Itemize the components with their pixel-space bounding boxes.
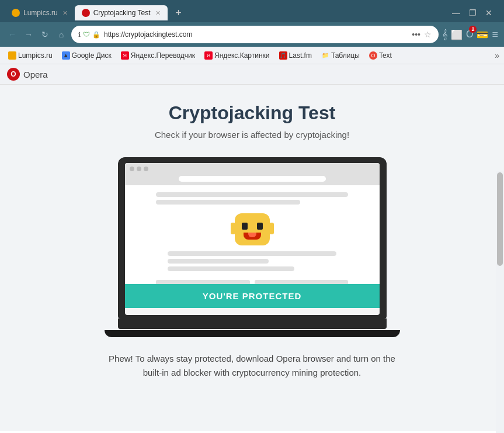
yandex-translate-favicon: Я <box>121 51 129 60</box>
opera-text: Opera <box>23 70 48 79</box>
mock-dot-2 <box>137 167 141 171</box>
mock-lines-2 <box>168 251 336 271</box>
yandex-images-favicon: Я <box>204 51 213 60</box>
bookmark-tablitsy-label: Таблицы <box>331 51 360 60</box>
browser-chrome: Lumpics.ru ✕ Cryptojacking Test ✕ + — ❐ … <box>0 0 504 85</box>
mock-address-bar <box>179 176 326 182</box>
mock-line-3 <box>168 251 336 256</box>
text-favicon: O <box>369 51 377 60</box>
lock-icon: 🔒 <box>92 31 100 39</box>
mock-lines <box>156 192 349 205</box>
lastfm-favicon: 🎵 <box>279 51 287 60</box>
google-disk-favicon: ▲ <box>62 51 70 60</box>
robot-eye-right <box>257 223 263 230</box>
extensions-badge: 2 <box>469 26 477 33</box>
scrollbar-track[interactable] <box>496 171 504 433</box>
tab-lumpics-label: Lumpics.ru <box>23 9 58 17</box>
mock-line-2 <box>156 200 300 205</box>
extensions-icon-wrapper[interactable]: O 2 <box>466 29 473 40</box>
opera-logo: O Opera <box>7 68 48 81</box>
url-more-button[interactable]: ••• <box>412 30 420 39</box>
tab-cryptojacking-label: Cryptojacking Test <box>93 9 151 17</box>
info-icon: ℹ <box>78 31 81 39</box>
lumpics-bm-favicon <box>8 51 16 60</box>
refresh-button[interactable]: ↻ <box>39 30 51 39</box>
url-text: https://cryptojackingtest.com <box>104 30 408 39</box>
scrollbar-thumb[interactable] <box>497 172 503 266</box>
new-tab-button[interactable]: + <box>171 5 186 20</box>
laptop-base-outer <box>118 318 387 329</box>
mock-page: YOU'RE PROTECTED <box>125 185 380 308</box>
bookmarks-icon[interactable]: 𝄞 <box>442 29 447 40</box>
robot-body <box>235 213 270 245</box>
maximize-button[interactable]: ❐ <box>467 8 478 18</box>
mock-line-1 <box>156 192 349 197</box>
bookmark-yandex-images-label: Яндекс.Картинки <box>214 51 270 60</box>
shield-icon: 🛡 <box>83 30 90 39</box>
tab-lumpics[interactable]: Lumpics.ru ✕ <box>5 5 75 20</box>
robot-icon <box>232 213 273 245</box>
bookmark-lumpics-label: Lumpics.ru <box>18 51 53 60</box>
laptop-illustration: YOU'RE PROTECTED <box>118 157 387 337</box>
mock-dot-3 <box>144 167 148 171</box>
mock-tab-bar <box>130 167 375 174</box>
protected-banner: YOU'RE PROTECTED <box>125 284 380 308</box>
cryptojacking-favicon <box>82 9 90 17</box>
mock-line-4 <box>168 259 269 264</box>
bookmark-yandex-images[interactable]: Я Яндекс.Картинки <box>201 50 273 61</box>
laptop-screen-outer: YOU'RE PROTECTED <box>118 157 387 318</box>
tabs-icon[interactable]: ⬜ <box>451 29 463 40</box>
page-description: Phew! To always stay protected, download… <box>100 352 404 380</box>
tab-cryptojacking-close[interactable]: ✕ <box>155 9 161 17</box>
url-bar[interactable]: ℹ 🛡 🔒 https://cryptojackingtest.com ••• … <box>71 26 439 43</box>
back-button[interactable]: ← <box>6 30 19 39</box>
bookmark-google-disk[interactable]: ▲ Google Диск <box>58 50 115 61</box>
menu-button[interactable]: ≡ <box>492 29 498 41</box>
robot-ear-left <box>231 223 235 234</box>
tab-cryptojacking[interactable]: Cryptojacking Test ✕ <box>75 5 168 20</box>
bookmark-text[interactable]: O Text <box>366 50 395 61</box>
page-title: Cryptojacking Test <box>169 102 336 124</box>
tablitsy-favicon: 📁 <box>321 51 329 60</box>
robot-eye-left <box>242 223 248 230</box>
page-content: Cryptojacking Test Check if your browser… <box>0 85 504 431</box>
window-controls: — ❐ ✕ <box>446 8 499 18</box>
bookmarks-more-button[interactable]: » <box>495 51 499 60</box>
mock-dot-1 <box>130 167 134 171</box>
bookmark-star-button[interactable]: ☆ <box>424 30 432 39</box>
sidebar-icons: 𝄞 ⬜ O 2 💳 <box>442 29 488 40</box>
tab-bar: Lumpics.ru ✕ Cryptojacking Test ✕ + — ❐ … <box>0 0 504 22</box>
close-button[interactable]: ✕ <box>483 8 495 18</box>
robot-ear-right <box>269 223 274 234</box>
laptop-screen-inner: YOU'RE PROTECTED <box>125 163 380 315</box>
bookmarks-bar: Lumpics.ru ▲ Google Диск Я Яндекс.Перево… <box>0 47 504 64</box>
wallet-icon[interactable]: 💳 <box>477 29 488 40</box>
bookmark-google-disk-label: Google Диск <box>72 51 112 60</box>
laptop-base <box>105 330 400 337</box>
bookmark-lumpics[interactable]: Lumpics.ru <box>5 50 56 61</box>
bookmark-yandex-translate[interactable]: Я Яндекс.Переводчик <box>117 50 199 61</box>
bookmark-tablitsy[interactable]: 📁 Таблицы <box>318 50 363 61</box>
robot-tongue <box>248 233 256 237</box>
forward-button[interactable]: → <box>22 30 35 39</box>
mock-browser-chrome <box>125 163 380 185</box>
page-subtitle: Check if your browser is affected by cry… <box>155 130 349 140</box>
address-bar: ← → ↻ ⌂ ℹ 🛡 🔒 https://cryptojackingtest.… <box>0 22 504 47</box>
bookmark-yandex-translate-label: Яндекс.Переводчик <box>131 51 195 60</box>
lumpics-favicon <box>12 9 20 17</box>
mock-line-5 <box>168 266 294 271</box>
bookmark-text-label: Text <box>379 51 392 60</box>
bookmark-lastfm-label: Last.fm <box>289 51 312 60</box>
robot-mouth <box>244 233 261 240</box>
opera-bar: O Opera <box>0 64 504 85</box>
minimize-button[interactable]: — <box>450 8 462 18</box>
bookmark-lastfm[interactable]: 🎵 Last.fm <box>276 50 315 61</box>
tab-lumpics-close[interactable]: ✕ <box>62 9 68 17</box>
home-button[interactable]: ⌂ <box>55 30 68 39</box>
opera-icon: O <box>7 68 20 81</box>
